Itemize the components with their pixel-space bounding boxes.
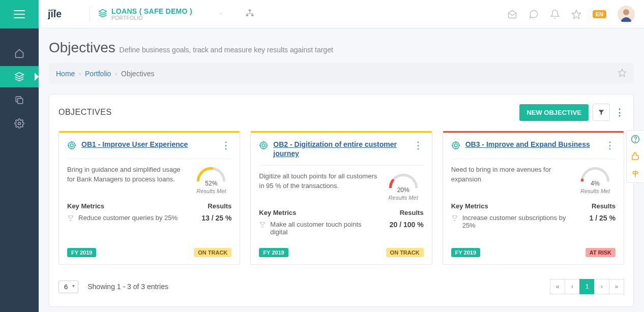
- metric-item: Increase customer subscriptions by 25%: [451, 214, 570, 229]
- star-icon[interactable]: [571, 9, 581, 19]
- panel-more-icon[interactable]: ⋮: [615, 107, 624, 118]
- pager-prev[interactable]: ‹: [565, 279, 580, 294]
- results-label: Results: [570, 202, 616, 210]
- gauge: 20% Results Met: [383, 172, 424, 201]
- language-badge[interactable]: EN: [593, 10, 606, 18]
- left-nav: [0, 28, 39, 312]
- target-icon: [451, 141, 460, 151]
- objective-more-icon[interactable]: ⋮: [413, 140, 424, 151]
- divider: [67, 159, 231, 159]
- svg-point-2: [52, 9, 54, 10]
- breadcrumb: Home › Portfolio › Objectives: [49, 63, 634, 84]
- objective-title-link[interactable]: OB1 - Improve User Experience: [81, 140, 220, 149]
- app-logo[interactable]: jile: [39, 7, 87, 21]
- svg-marker-8: [572, 10, 580, 18]
- breadcrumb-home[interactable]: Home: [56, 70, 75, 78]
- status-badge: ON TRACK: [194, 248, 231, 257]
- signpost-icon[interactable]: [627, 165, 644, 182]
- pager-first[interactable]: «: [550, 279, 565, 294]
- nav-layers[interactable]: [0, 66, 39, 87]
- page-subtitle: Define business goals, track and measure…: [120, 46, 333, 54]
- key-metrics-label: Key Metrics: [259, 209, 377, 216]
- fy-badge: FY 2019: [259, 248, 288, 257]
- objective-title-link[interactable]: OB3 - Improve and Expand Business: [465, 140, 604, 149]
- svg-point-22: [262, 144, 265, 147]
- gauge-label: Results Met: [191, 188, 231, 194]
- favorite-star-icon[interactable]: [618, 68, 627, 79]
- header-actions: EN: [507, 6, 644, 23]
- menu-toggle-button[interactable]: [0, 0, 39, 28]
- svg-point-15: [68, 142, 75, 149]
- svg-point-34: [635, 141, 635, 142]
- chevron-down-icon: [218, 10, 224, 18]
- key-metrics-label: Key Metrics: [451, 202, 570, 210]
- nav-copy[interactable]: [0, 89, 39, 111]
- divider: [90, 7, 90, 22]
- target-icon: [67, 141, 76, 151]
- metric-result: 20 / 100 %: [378, 221, 424, 229]
- top-header: jile LOANS ( SAFE DEMO ) PORTFOLIO EN: [0, 0, 644, 28]
- trophy-icon: [451, 214, 458, 223]
- svg-point-28: [454, 144, 457, 147]
- objective-card: OB3 - Improve and Expand Business ⋮ Need…: [443, 131, 624, 265]
- svg-point-27: [452, 142, 459, 149]
- pager-page-1[interactable]: 1: [579, 279, 595, 294]
- svg-rect-5: [249, 10, 251, 12]
- fy-badge: FY 2019: [451, 248, 480, 257]
- metric-result: 13 / 25 %: [186, 214, 231, 222]
- metric-item: Reduce customer queries by 25%: [67, 214, 186, 223]
- help-icon[interactable]: [627, 131, 644, 148]
- page-title: Objectives: [49, 40, 115, 55]
- target-icon: [259, 141, 268, 151]
- svg-point-13: [18, 122, 21, 125]
- objective-card: OB2 - Digitization of entire customer jo…: [250, 131, 432, 265]
- gauge: 4% Results Met: [575, 165, 616, 194]
- objectives-panel: OBJECTIVES NEW OBJECTIVE ⋮ OB1 - Improve…: [49, 94, 634, 307]
- new-objective-button[interactable]: NEW OBJECTIVE: [519, 104, 589, 121]
- portfolio-selector[interactable]: LOANS ( SAFE DEMO ) PORTFOLIO: [92, 7, 230, 21]
- status-badge: AT RISK: [586, 248, 616, 257]
- pager-last[interactable]: »: [609, 279, 624, 294]
- chat-icon[interactable]: [529, 9, 539, 19]
- pager-next[interactable]: ›: [594, 279, 609, 294]
- objective-description: Bring in guidance and simplified usage f…: [67, 165, 186, 194]
- svg-marker-11: [15, 73, 24, 77]
- trophy-icon: [259, 221, 266, 230]
- inbox-icon[interactable]: [507, 9, 517, 19]
- thumbs-up-icon[interactable]: [627, 148, 644, 165]
- objective-more-icon[interactable]: ⋮: [604, 140, 616, 151]
- chevron-right-icon: ›: [79, 71, 81, 77]
- nav-home[interactable]: [0, 43, 39, 64]
- panel-title: OBJECTIVES: [58, 108, 112, 117]
- portfolio-subtitle: PORTFOLIO: [111, 15, 192, 21]
- right-toolbar: [626, 130, 644, 183]
- objective-more-icon[interactable]: ⋮: [220, 140, 231, 151]
- svg-text:jile: jile: [48, 8, 62, 19]
- nav-settings[interactable]: [0, 113, 39, 134]
- svg-point-10: [623, 9, 629, 15]
- svg-point-1: [50, 10, 52, 11]
- gauge-label: Results Met: [383, 195, 424, 201]
- svg-marker-14: [619, 69, 626, 77]
- page-size-select[interactable]: 6: [58, 280, 78, 293]
- avatar[interactable]: [618, 6, 635, 23]
- metric-item: Make all customer touch points digital: [259, 221, 377, 236]
- breadcrumb-portfolio[interactable]: Portfolio: [85, 70, 111, 78]
- divider: [259, 165, 423, 166]
- gauge-label: Results Met: [575, 188, 616, 194]
- objective-description: Digitize all touch points for all custom…: [259, 172, 377, 201]
- key-metrics-label: Key Metrics: [67, 202, 186, 210]
- org-chart-icon[interactable]: [245, 9, 254, 19]
- divider: [451, 159, 616, 159]
- gauge: 52% Results Met: [191, 165, 231, 194]
- svg-rect-12: [18, 99, 23, 104]
- showing-text: Showing 1 - 3 of 3 entries: [87, 283, 168, 291]
- svg-marker-4: [99, 10, 107, 14]
- objective-description: Need to bring in more avenues for expans…: [451, 165, 570, 194]
- results-label: Results: [378, 209, 424, 216]
- layers-icon: [98, 9, 107, 19]
- objective-title-link[interactable]: OB2 - Digitization of entire customer jo…: [273, 140, 412, 158]
- fy-badge: FY 2019: [67, 248, 96, 257]
- filter-button[interactable]: [593, 104, 610, 121]
- bell-icon[interactable]: [550, 9, 560, 19]
